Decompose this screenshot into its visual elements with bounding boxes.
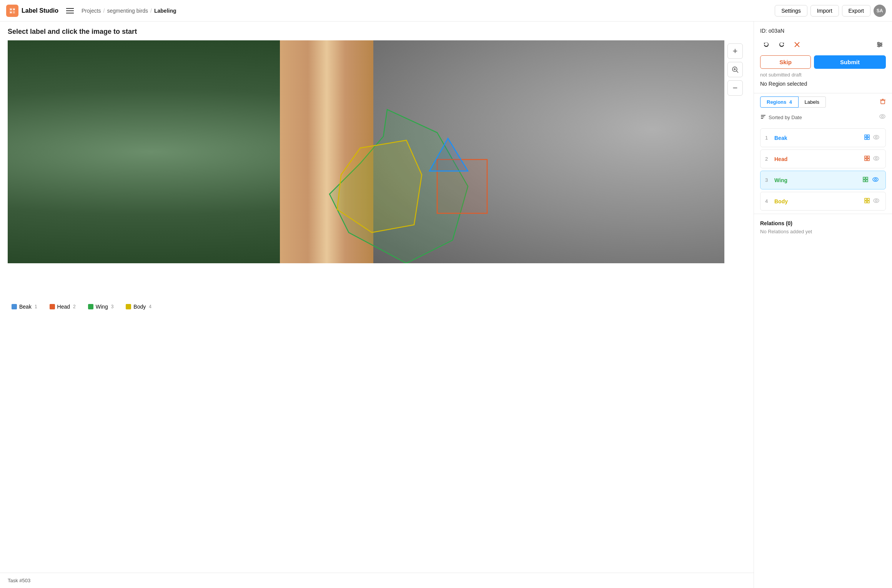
- skip-button[interactable]: Skip: [760, 55, 811, 69]
- region-bbox-body[interactable]: [864, 198, 870, 205]
- regions-tab[interactable]: Regions 4: [760, 96, 799, 108]
- canvas-area: + −: [0, 40, 754, 297]
- right-panel-content: ID: o03aN Skip Submit: [754, 22, 892, 588]
- wing-label: Wing: [96, 304, 108, 310]
- draft-status: not submitted draft: [760, 72, 886, 78]
- svg-rect-25: [865, 138, 867, 140]
- avatar[interactable]: SA: [874, 5, 886, 17]
- task-id: ID: o03aN: [760, 28, 886, 34]
- svg-line-4: [737, 71, 739, 73]
- region-label-head: Head: [774, 156, 861, 162]
- region-bbox-wing[interactable]: [862, 176, 869, 184]
- breadcrumb: Projects / segmenting birds / Labeling: [82, 8, 176, 14]
- svg-point-28: [875, 136, 877, 138]
- head-color-swatch: [50, 304, 55, 309]
- region-eye-body[interactable]: [872, 196, 881, 206]
- body-label: Body: [133, 304, 146, 310]
- region-num-1: 1: [765, 135, 771, 141]
- hamburger-menu[interactable]: [65, 7, 75, 15]
- bottom-bar: Task #503: [0, 573, 754, 588]
- svg-point-14: [878, 45, 880, 47]
- region-bbox-beak[interactable]: [864, 134, 870, 141]
- settings-panel-button[interactable]: [874, 38, 886, 51]
- action-buttons: Skip Submit: [760, 55, 886, 69]
- zoom-in-button[interactable]: +: [727, 43, 743, 59]
- region-item-beak[interactable]: 1 Beak: [760, 128, 886, 147]
- logo-icon: [6, 5, 18, 17]
- regions-list: 1 Beak 2 Head: [760, 128, 886, 211]
- svg-point-40: [875, 179, 877, 181]
- undo-button[interactable]: [760, 38, 772, 51]
- label-pill-body[interactable]: Body 4: [122, 302, 155, 311]
- zoom-out-button[interactable]: −: [727, 80, 743, 96]
- spacer: [0, 316, 754, 573]
- settings-button[interactable]: Settings: [775, 5, 807, 17]
- region-eye-beak[interactable]: [872, 133, 881, 143]
- svg-rect-26: [867, 138, 869, 140]
- logo-svg: [8, 7, 16, 15]
- svg-rect-37: [863, 180, 865, 182]
- region-actions-body: [864, 196, 881, 206]
- import-button[interactable]: Import: [810, 5, 839, 17]
- svg-rect-0: [10, 9, 12, 10]
- wing-count: 3: [111, 304, 114, 309]
- labels-tab[interactable]: Labels: [799, 96, 826, 108]
- breadcrumb-projects[interactable]: Projects: [82, 8, 101, 14]
- body-count: 4: [149, 304, 151, 309]
- sort-row: Sorted by Date: [760, 111, 886, 124]
- beak-label: Beak: [19, 304, 32, 310]
- body-color-swatch: [126, 304, 131, 309]
- regions-count: 4: [789, 100, 792, 105]
- zoom-fit-button[interactable]: [727, 62, 743, 77]
- sort-label[interactable]: Sorted by Date: [769, 115, 802, 120]
- tool-sidebar: + −: [724, 40, 746, 297]
- label-pill-head[interactable]: Head 2: [46, 302, 80, 311]
- head-count: 2: [73, 304, 76, 309]
- region-eye-wing[interactable]: [870, 175, 881, 185]
- annotation-overlay: [8, 40, 724, 263]
- svg-point-39: [873, 178, 878, 181]
- label-pill-beak[interactable]: Beak 1: [8, 302, 41, 311]
- breadcrumb-sep2: /: [150, 8, 152, 14]
- svg-rect-32: [867, 159, 869, 161]
- region-item-wing[interactable]: 3 Wing: [760, 171, 886, 189]
- top-nav: Label Studio Projects / segmenting birds…: [0, 0, 892, 22]
- region-actions-wing: [862, 175, 881, 185]
- svg-point-12: [878, 42, 879, 44]
- delete-all-regions-button[interactable]: [880, 98, 886, 106]
- region-eye-head[interactable]: [872, 154, 881, 164]
- submit-button[interactable]: Submit: [814, 55, 886, 69]
- svg-point-21: [880, 115, 885, 118]
- svg-point-13: [880, 44, 882, 45]
- svg-rect-30: [867, 156, 869, 158]
- region-item-head[interactable]: 2 Head: [760, 149, 886, 168]
- svg-rect-1: [13, 9, 15, 10]
- regions-header: Regions 4 Labels: [760, 96, 886, 108]
- svg-rect-20: [761, 118, 763, 119]
- redo-button[interactable]: [776, 38, 788, 51]
- right-panel: ID: o03aN Skip Submit: [754, 22, 892, 588]
- divider-2: [754, 214, 892, 214]
- label-row: Beak 1 Head 2 Wing 3 Body 4: [0, 297, 754, 316]
- svg-rect-29: [865, 156, 867, 158]
- svg-rect-36: [866, 177, 868, 179]
- no-relations-text: No Relations added yet: [760, 229, 886, 234]
- svg-rect-23: [865, 135, 867, 137]
- sort-eye-button[interactable]: [879, 113, 886, 121]
- svg-rect-43: [865, 201, 867, 203]
- breadcrumb-project[interactable]: segmenting birds: [107, 8, 148, 14]
- svg-point-34: [875, 158, 877, 159]
- region-bbox-head[interactable]: [864, 155, 870, 163]
- region-item-body[interactable]: 4 Body: [760, 192, 886, 211]
- relations-title: Relations (0): [760, 220, 886, 226]
- label-pill-wing[interactable]: Wing 3: [84, 302, 118, 311]
- head-label: Head: [57, 304, 70, 310]
- action-row: [760, 38, 886, 51]
- delete-button[interactable]: [791, 38, 803, 51]
- region-num-4: 4: [765, 198, 771, 204]
- export-button[interactable]: Export: [842, 5, 870, 17]
- image-container[interactable]: [8, 40, 724, 263]
- svg-point-22: [882, 116, 884, 118]
- region-num-3: 3: [765, 177, 771, 183]
- left-panel: Select label and click the image to star…: [0, 22, 754, 588]
